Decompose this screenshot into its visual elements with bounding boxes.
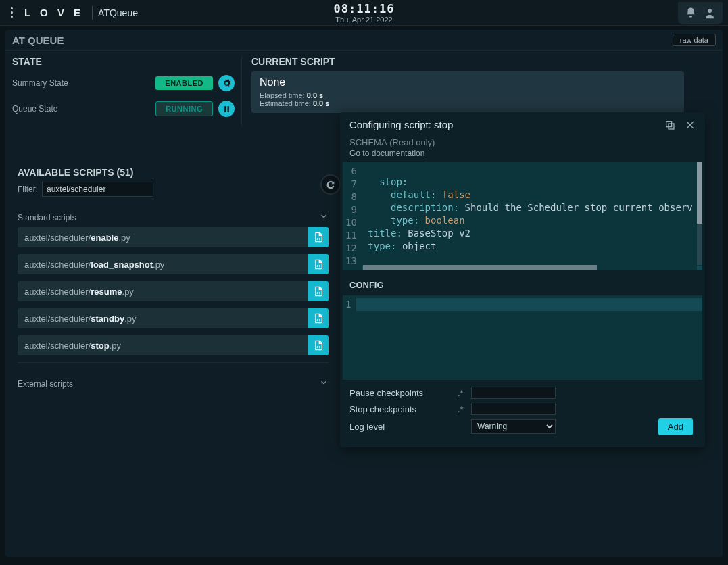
close-icon[interactable] <box>685 120 696 130</box>
script-item[interactable]: auxtel/scheduler/standby.py <box>18 308 329 328</box>
state-section: STATE Summary State ENABLED Queue State … <box>12 56 242 126</box>
loglevel-select[interactable]: Warning <box>471 419 556 434</box>
topbar: L O V E ATQueue 08:11:16 Thu, Apr 21 202… <box>0 0 728 26</box>
clock-date: Thu, Apr 21 2022 <box>334 16 395 24</box>
h-scrollbar[interactable] <box>363 265 697 270</box>
estimated-label: Estimated time: <box>260 99 311 107</box>
stop-checkpoints-input[interactable] <box>471 403 556 415</box>
standard-scripts-header[interactable]: Standard scripts <box>18 212 329 227</box>
external-scripts-label: External scripts <box>18 379 73 389</box>
clock: 08:11:16 Thu, Apr 21 2022 <box>334 2 395 24</box>
loglevel-label: Log level <box>349 422 458 432</box>
queue-state-label: Queue State <box>12 104 57 114</box>
main-panel: AT QUEUE raw data STATE Summary State EN… <box>5 30 723 557</box>
script-icon <box>313 232 324 243</box>
expand-icon[interactable] <box>664 120 675 130</box>
script-icon <box>313 259 324 270</box>
script-icon <box>313 313 324 324</box>
available-scripts-title: AVAILABLE SCRIPTS (51) <box>18 167 133 178</box>
schema-label: SCHEMA <box>349 137 387 147</box>
estimated-value: 0.0 s <box>313 99 329 107</box>
menu-icon[interactable] <box>5 7 18 18</box>
user-icon[interactable] <box>704 7 716 19</box>
stop-checkpoints-label: Stop checkpoints <box>349 404 458 414</box>
summary-state-badge: ENABLED <box>155 76 213 90</box>
svg-rect-1 <box>224 106 226 112</box>
gutter: 678910111213 <box>343 162 362 270</box>
external-scripts-header[interactable]: External scripts <box>18 378 329 393</box>
divider <box>18 362 329 363</box>
reload-icon <box>325 179 336 190</box>
config-label: CONFIG <box>340 270 705 293</box>
pause-checkpoints-input[interactable] <box>471 387 556 399</box>
wildcard: .* <box>458 404 471 414</box>
script-item[interactable]: auxtel/scheduler/stop.py <box>18 335 329 355</box>
pause-checkpoints-label: Pause checkpoints <box>349 388 458 398</box>
chevron-down-icon <box>319 378 329 389</box>
svg-rect-3 <box>666 121 672 126</box>
doc-link[interactable]: Go to documentation <box>340 147 434 159</box>
v-scrollbar[interactable] <box>697 162 702 265</box>
chevron-down-icon <box>319 212 329 223</box>
reload-button[interactable] <box>320 174 341 195</box>
standard-scripts-label: Standard scripts <box>18 213 76 222</box>
summary-state-label: Summary State <box>12 78 68 88</box>
add-button[interactable]: Add <box>658 418 693 435</box>
elapsed-value: 0.0 s <box>307 91 323 99</box>
launch-script-button[interactable] <box>308 281 329 301</box>
launch-script-button[interactable] <box>308 227 329 247</box>
pause-icon <box>222 105 231 114</box>
readonly-label: (Read only) <box>389 137 435 147</box>
script-icon <box>313 286 324 297</box>
dialog-title: Configuring script: stop <box>349 119 453 130</box>
logo: L O V E <box>24 7 84 18</box>
svg-rect-2 <box>227 106 228 112</box>
available-scripts-section: AVAILABLE SCRIPTS (51) Filter: Standard … <box>18 167 329 393</box>
divider <box>92 6 93 20</box>
state-title: STATE <box>12 56 235 67</box>
elapsed-label: Elapsed time: <box>260 91 305 99</box>
script-icon <box>313 340 324 351</box>
filter-input[interactable] <box>42 182 153 197</box>
schema-editor: 678910111213 stop: default: false descri… <box>343 162 702 270</box>
current-script-card: None Elapsed time: 0.0 s Estimated time:… <box>251 71 684 113</box>
launch-script-button[interactable] <box>308 254 329 274</box>
current-script-name: None <box>260 76 676 89</box>
launch-script-button[interactable] <box>308 335 329 355</box>
queue-state-badge: RUNNING <box>155 101 213 116</box>
configure-script-dialog: Configuring script: stop SCHEMA (Read on… <box>340 112 705 447</box>
script-item[interactable]: auxtel/scheduler/resume.py <box>18 281 329 301</box>
current-script-title: CURRENT SCRIPT <box>251 56 716 67</box>
panel-title: AT QUEUE <box>12 34 64 46</box>
svg-point-0 <box>708 9 712 13</box>
script-item[interactable]: auxtel/scheduler/load_snapshot.py <box>18 254 329 274</box>
clock-time: 08:11:16 <box>334 2 395 16</box>
script-item[interactable]: auxtel/scheduler/enable.py <box>18 227 329 247</box>
topbar-actions <box>678 2 723 24</box>
pause-button[interactable] <box>218 101 235 117</box>
bell-icon[interactable] <box>685 7 697 19</box>
panel-header: AT QUEUE raw data <box>5 30 723 51</box>
wildcard: .* <box>458 388 471 398</box>
gear-icon <box>222 79 231 88</box>
launch-script-button[interactable] <box>308 308 329 328</box>
settings-button[interactable] <box>218 75 235 91</box>
filter-label: Filter: <box>18 185 38 194</box>
queue-name: ATQueue <box>98 7 138 18</box>
raw-data-button[interactable]: raw data <box>673 34 716 46</box>
config-editor[interactable]: 1 <box>343 295 702 380</box>
